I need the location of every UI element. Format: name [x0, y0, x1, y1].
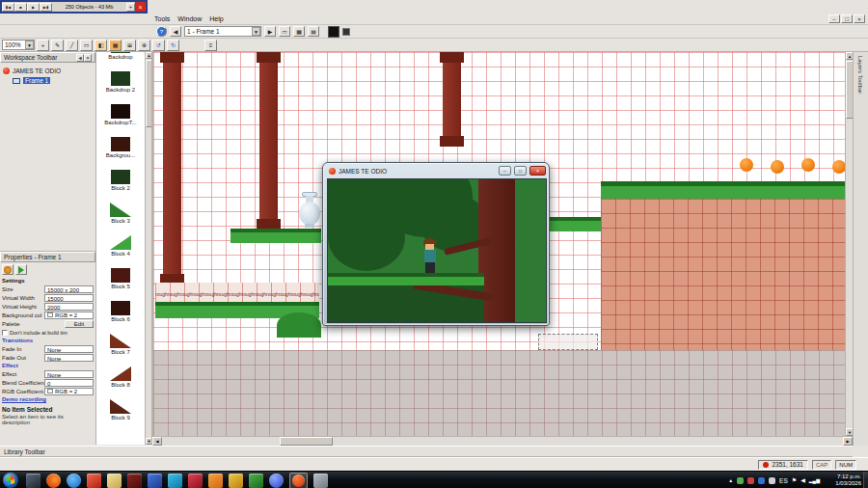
layers-toolbar[interactable]: Layers Toolbar: [853, 52, 868, 446]
menu-tools[interactable]: Tools: [150, 14, 174, 23]
pillar-left[interactable]: [163, 52, 181, 285]
blue-orb-app-icon[interactable]: [269, 474, 284, 488]
start-button[interactable]: [3, 473, 18, 488]
vlc-icon[interactable]: [208, 474, 223, 488]
action-center-flag-icon[interactable]: ⚑: [792, 477, 797, 483]
grid-toggle-icon[interactable]: ▦: [109, 40, 122, 51]
mdi-restore-button[interactable]: □: [841, 14, 853, 23]
cursor-tool-icon[interactable]: +: [37, 40, 49, 51]
vase-sprite[interactable]: [298, 192, 321, 229]
skip-forward-button[interactable]: ▶▮: [40, 3, 52, 12]
media-player-icon[interactable]: [26, 474, 41, 488]
menu-window[interactable]: Window: [174, 14, 205, 23]
tray-blue-icon[interactable]: [758, 477, 765, 484]
green-app-icon[interactable]: [249, 474, 263, 488]
panel-collapse-icon[interactable]: ◂: [76, 54, 84, 62]
hscrollbar-thumb[interactable]: [280, 437, 333, 446]
outline-toggle-icon[interactable]: ▭: [279, 26, 290, 37]
network-icon[interactable]: ▂▄▆: [809, 477, 820, 483]
right-terrain-grass[interactable]: [601, 181, 845, 199]
mdi-minimize-button[interactable]: –: [828, 14, 840, 23]
scroll-up-icon[interactable]: ▲: [146, 52, 152, 59]
panel-close-icon[interactable]: ×: [84, 54, 92, 62]
chevron-down-icon[interactable]: ▼: [25, 41, 34, 49]
fruit-sprite[interactable]: [832, 160, 845, 174]
internet-explorer-icon[interactable]: [67, 474, 81, 488]
play-button[interactable]: ▶: [27, 3, 40, 12]
maximize-icon[interactable]: □: [514, 166, 527, 176]
word-processor-icon[interactable]: [148, 474, 162, 488]
play-frame-icon[interactable]: [15, 264, 27, 275]
library-item[interactable]: Block 4: [96, 233, 145, 266]
library-scrollbar[interactable]: ▲ ▼: [145, 52, 151, 445]
snap-toggle-icon[interactable]: ⊞: [123, 40, 136, 51]
chevron-down-icon[interactable]: ▼: [252, 27, 260, 36]
library-item[interactable]: Backdrop 2: [96, 69, 145, 102]
add-button[interactable]: +: [126, 3, 135, 12]
background-color-field[interactable]: RGB = 2: [44, 312, 94, 319]
library-item[interactable]: Block 3: [96, 201, 145, 233]
fade-out-field[interactable]: None: [44, 354, 94, 362]
fill-tool-icon[interactable]: ◧: [95, 40, 107, 51]
rgb-coefficient-field[interactable]: RGB = 2: [44, 388, 94, 395]
pencil-tool-icon[interactable]: ✎: [51, 40, 64, 51]
canvas-hscrollbar[interactable]: ◀ ▶: [152, 436, 853, 446]
menu-help[interactable]: Help: [205, 14, 227, 23]
tray-expand-icon[interactable]: ▲: [728, 477, 733, 483]
foreground-color-swatch[interactable]: [328, 26, 339, 38]
library-item[interactable]: BackdropT...: [96, 102, 145, 135]
taskbar-clock[interactable]: 7:12 p.m. 1/03/2026: [823, 474, 861, 487]
redo-icon[interactable]: ↻: [167, 40, 179, 51]
pillar-left-top-cap[interactable]: [160, 52, 184, 63]
library-item[interactable]: Block 6: [96, 299, 145, 332]
pillar-right-top-cap[interactable]: [440, 52, 464, 63]
skip-back-button[interactable]: ▮◀: [2, 3, 14, 12]
tray-gray-icon[interactable]: [769, 477, 775, 484]
game-window-titlebar[interactable]: JAMES TE ODIO – □ ×: [323, 163, 549, 178]
background-color-swatch[interactable]: [342, 28, 350, 36]
messenger-icon[interactable]: [168, 474, 182, 488]
rough-tile-row[interactable]: roughroughroughroughroughroughroughrough…: [155, 283, 319, 302]
volume-icon[interactable]: ◀: [800, 477, 805, 483]
lower-terrain-layer[interactable]: [153, 350, 845, 436]
grass-mound[interactable]: [277, 312, 321, 338]
demo-recording-link[interactable]: Demo recording: [0, 395, 95, 403]
menu-tool-icon[interactable]: ≡: [204, 40, 217, 51]
library-item[interactable]: Block 9: [96, 397, 145, 430]
zoom-select[interactable]: 100% ▼: [2, 40, 35, 50]
library-item[interactable]: Backdrop: [96, 52, 145, 69]
scrollbar-thumb[interactable]: [146, 60, 152, 127]
pillar-right-bottom-cap[interactable]: [440, 136, 464, 147]
tree-item-project[interactable]: JAMES TE ODIO: [3, 67, 93, 75]
mail-client-icon[interactable]: [87, 474, 101, 488]
line-tool-icon[interactable]: ╱: [66, 40, 78, 51]
palette-edit-button[interactable]: Edit: [65, 320, 94, 328]
size-field[interactable]: 15000 x 200: [44, 285, 94, 293]
library-item[interactable]: Block 7: [96, 332, 145, 365]
game-preview-window[interactable]: JAMES TE ODIO – □ ×: [322, 162, 550, 326]
mdi-close-button[interactable]: ×: [854, 14, 865, 23]
scroll-right-icon[interactable]: ▶: [843, 437, 853, 446]
library-item[interactable]: Backgrou...: [96, 135, 145, 168]
frame-selector[interactable]: 1 - Frame 1 ▼: [184, 26, 261, 37]
game-editor-taskbar-slot[interactable]: [289, 473, 308, 488]
zoom-tool-icon[interactable]: ⊕: [138, 40, 150, 51]
prev-frame-button[interactable]: ◀: [170, 26, 181, 37]
close-icon[interactable]: ×: [135, 2, 146, 12]
dont-include-checkbox[interactable]: [2, 330, 8, 336]
close-icon[interactable]: ×: [529, 166, 546, 176]
gold-app-icon[interactable]: [229, 474, 243, 488]
virtual-height-field[interactable]: 2000: [44, 303, 94, 311]
scroll-left-icon[interactable]: ◀: [152, 437, 162, 446]
maroon-app-icon[interactable]: [127, 474, 142, 488]
tray-red-icon[interactable]: [747, 477, 754, 484]
canvas-vscrollbar[interactable]: ▲ ▼: [845, 52, 853, 436]
fruit-sprite[interactable]: [771, 160, 784, 174]
file-explorer-icon[interactable]: [107, 474, 122, 488]
pillar-mid[interactable]: [259, 52, 278, 230]
scroll-down-icon[interactable]: ▼: [146, 438, 152, 445]
undo-icon[interactable]: ↺: [152, 40, 165, 51]
firefox-icon[interactable]: [46, 474, 61, 488]
fruit-sprite[interactable]: [740, 158, 753, 172]
library-item[interactable]: Block 5: [96, 266, 145, 299]
